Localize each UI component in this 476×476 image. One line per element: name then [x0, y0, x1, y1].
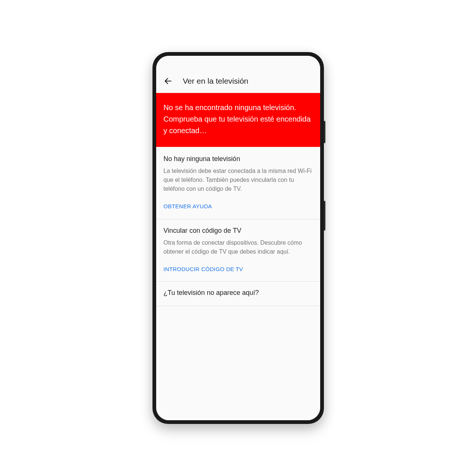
- arrow-back-icon: [164, 77, 173, 86]
- enter-tv-code-button[interactable]: INTRODUCIR CÓDIGO DE TV: [164, 266, 313, 272]
- section-no-tv-title: No hay ninguna televisión: [164, 155, 313, 163]
- phone-frame: Ver en la televisión No se ha encontrado…: [152, 52, 324, 424]
- alert-message: No se ha encontrado ninguna televisión. …: [164, 103, 311, 135]
- section-not-showing[interactable]: ¿Tu televisión no aparece aquí?: [156, 282, 320, 306]
- get-help-button[interactable]: OBTENER AYUDA: [164, 203, 313, 209]
- section-no-tv: No hay ninguna televisión La televisión …: [156, 147, 320, 219]
- app-bar: Ver en la televisión: [156, 69, 320, 93]
- back-button[interactable]: [160, 73, 176, 89]
- section-no-tv-body: La televisión debe estar conectada a la …: [164, 167, 313, 193]
- section-link-code-body: Otra forma de conectar dispositivos. Des…: [164, 238, 313, 256]
- empty-space: [156, 306, 320, 420]
- phone-screen: Ver en la televisión No se ha encontrado…: [156, 56, 320, 420]
- section-link-code-title: Vincular con código de TV: [164, 227, 313, 235]
- content-area: No se ha encontrado ninguna televisión. …: [156, 93, 320, 420]
- section-link-code: Vincular con código de TV Otra forma de …: [156, 219, 320, 282]
- status-bar: [156, 56, 320, 69]
- alert-banner: No se ha encontrado ninguna televisión. …: [156, 93, 320, 147]
- page-title: Ver en la televisión: [183, 77, 248, 86]
- section-not-showing-title: ¿Tu televisión no aparece aquí?: [164, 289, 313, 297]
